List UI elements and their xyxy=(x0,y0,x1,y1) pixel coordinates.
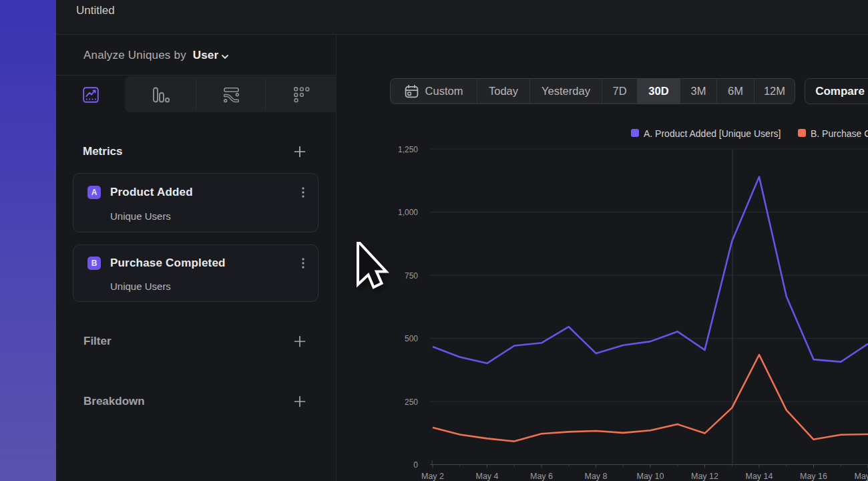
svg-text:May 16: May 16 xyxy=(800,472,827,481)
svg-text:May 14: May 14 xyxy=(746,472,773,481)
svg-text:250: 250 xyxy=(405,397,418,407)
svg-text:0: 0 xyxy=(413,460,418,470)
svg-text:May 18: May 18 xyxy=(855,472,868,481)
svg-text:May 12: May 12 xyxy=(691,472,718,481)
svg-text:1,000: 1,000 xyxy=(398,208,418,217)
svg-text:May 4: May 4 xyxy=(475,472,498,481)
svg-text:1,250: 1,250 xyxy=(398,145,418,154)
svg-text:May 6: May 6 xyxy=(530,472,553,481)
svg-text:500: 500 xyxy=(405,334,418,343)
svg-text:May 8: May 8 xyxy=(584,472,607,481)
svg-text:750: 750 xyxy=(405,271,418,281)
svg-text:May 10: May 10 xyxy=(637,472,664,481)
svg-text:May 2: May 2 xyxy=(421,472,444,481)
